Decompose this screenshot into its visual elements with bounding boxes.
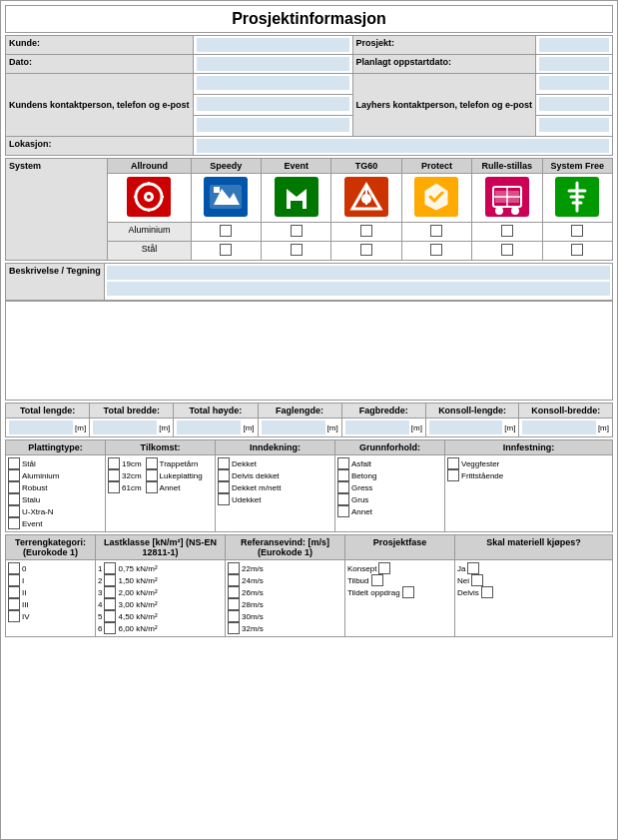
prosjekt-input[interactable] (539, 38, 609, 52)
fagbredde-label: Fagbredde: (341, 404, 425, 419)
cb-rv4[interactable] (228, 598, 240, 610)
cb-rv2[interactable] (228, 574, 240, 586)
cb-t0[interactable] (8, 562, 20, 574)
cb-lk3[interactable] (104, 586, 116, 598)
konsoll-lengde-input[interactable] (429, 420, 502, 434)
cb-robust-platt[interactable] (8, 481, 20, 493)
cb-nei[interactable] (471, 574, 483, 586)
cb-rulle-staal[interactable] (501, 244, 513, 256)
faglengde-input[interactable] (262, 420, 325, 434)
cb-t1[interactable] (8, 574, 20, 586)
cb-gress[interactable] (337, 481, 349, 493)
dato-input[interactable] (197, 57, 349, 71)
cb-rv1[interactable] (228, 562, 240, 574)
inn-udekket: Udekket (232, 495, 261, 504)
t-1: I (22, 576, 24, 585)
cb-lk2[interactable] (104, 574, 116, 586)
innf-fri: Frittstående (461, 471, 503, 480)
layhers-input-3[interactable] (539, 118, 609, 132)
cb-asfalt[interactable] (337, 457, 349, 469)
cb-staal-platt[interactable] (8, 457, 20, 469)
rv-4: 28m/s (242, 600, 264, 609)
rv-6: 32m/s (242, 624, 264, 633)
grunn-gress: Gress (351, 483, 372, 492)
kundens-input-1[interactable] (197, 76, 349, 90)
cb-rulle-alu[interactable] (501, 225, 513, 237)
cb-speedy-alu[interactable] (291, 225, 303, 237)
cb-t2[interactable] (8, 586, 20, 598)
cb-tilbud[interactable] (371, 574, 383, 586)
rv-3: 26m/s (242, 588, 264, 597)
cb-trappetaarn[interactable] (146, 457, 158, 469)
planlagt-input[interactable] (539, 57, 609, 71)
kundens-label: Kundens kontaktperson, telefon og e-post (6, 74, 194, 137)
cb-61cm[interactable] (108, 481, 120, 493)
cb-event-alu[interactable] (360, 225, 372, 237)
kunde-input[interactable] (197, 38, 349, 52)
cb-allround-alu[interactable] (220, 225, 232, 237)
innfestning-label: Innfestning: (445, 440, 613, 455)
cb-alu-platt[interactable] (8, 469, 20, 481)
cb-rv6[interactable] (228, 622, 240, 634)
cb-lk6[interactable] (104, 622, 116, 634)
cb-32cm[interactable] (108, 469, 120, 481)
layhers-input-1[interactable] (539, 76, 609, 90)
cb-veggfester[interactable] (447, 457, 459, 469)
kundens-input-2[interactable] (197, 97, 349, 111)
cb-t3[interactable] (8, 598, 20, 610)
system-tg60-header: TG60 (331, 159, 401, 174)
cb-19cm[interactable] (108, 457, 120, 469)
aluminium-label: Aluminium (108, 223, 191, 242)
fagbredde-input[interactable] (345, 420, 409, 434)
cb-event-platt[interactable] (8, 517, 20, 529)
cb-lk1[interactable] (104, 562, 116, 574)
cb-allround-staal[interactable] (220, 244, 232, 256)
cb-dekket[interactable] (218, 457, 230, 469)
cb-annet-grunn[interactable] (337, 505, 349, 517)
cb-ja[interactable] (467, 562, 479, 574)
inn-dekket: Dekket (232, 459, 257, 468)
svg-point-14 (495, 207, 503, 215)
cb-frittstaaende[interactable] (447, 469, 459, 481)
cb-protect-alu[interactable] (430, 225, 442, 237)
cb-t4[interactable] (8, 610, 20, 622)
cb-grus[interactable] (337, 493, 349, 505)
platt-alu: Aluminium (22, 471, 59, 480)
cb-lukeplatting[interactable] (146, 469, 158, 481)
beskrivelse-input-2[interactable] (107, 282, 610, 296)
lk-6: 6,00 kN/m² (118, 624, 157, 633)
cb-lk4[interactable] (104, 598, 116, 610)
tilk-trappetaarn: Trappetårn (160, 459, 199, 468)
layhers-label: Layhers kontaktperson, telefon og e-post (352, 74, 536, 137)
cb-speedy-staal[interactable] (291, 244, 303, 256)
system-label: System (6, 159, 108, 261)
cb-protect-staal[interactable] (430, 244, 442, 256)
total-bredde-input[interactable] (93, 420, 157, 434)
cb-konsept[interactable] (378, 562, 390, 574)
cb-free-staal[interactable] (571, 244, 583, 256)
cb-betong[interactable] (337, 469, 349, 481)
cb-stalu-platt[interactable] (8, 493, 20, 505)
cb-rv5[interactable] (228, 610, 240, 622)
konsoll-bredde-input[interactable] (522, 420, 596, 434)
lokasjon-input[interactable] (197, 139, 609, 153)
cb-udekket[interactable] (218, 493, 230, 505)
cb-uxtra-platt[interactable] (8, 505, 20, 517)
cb-delvis[interactable] (481, 586, 493, 598)
cb-rv3[interactable] (228, 586, 240, 598)
cb-tildelt[interactable] (402, 586, 414, 598)
tg60-icon (344, 177, 388, 217)
cb-delvis-dekket[interactable] (218, 469, 230, 481)
beskrivelse-input-1[interactable] (107, 266, 610, 280)
cb-free-alu[interactable] (571, 225, 583, 237)
cb-event-staal[interactable] (360, 244, 372, 256)
system-rulle-header: Rulle-stillas (472, 159, 542, 174)
cb-dekket-nett[interactable] (218, 481, 230, 493)
cb-lk5[interactable] (104, 610, 116, 622)
total-lengde-input[interactable] (9, 420, 73, 434)
kundens-input-3[interactable] (197, 118, 349, 132)
tilk-61: 61cm (122, 483, 142, 492)
total-hoyde-input[interactable] (177, 420, 241, 434)
cb-annet-tilk[interactable] (146, 481, 158, 493)
layhers-input-2[interactable] (539, 97, 609, 111)
